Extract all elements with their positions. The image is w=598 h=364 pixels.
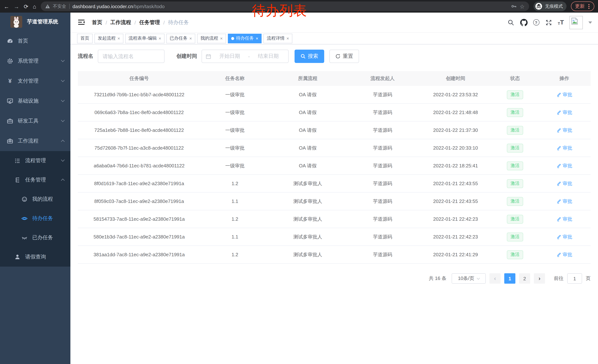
github-icon[interactable] [520, 19, 527, 26]
column-status: 状态 [492, 71, 538, 86]
sidebar-item-infrastructure[interactable]: 基础设施 [0, 91, 70, 111]
column-task-id: 任务编号 [78, 71, 200, 86]
tab-process-form-edit[interactable]: 流程表单-编辑× [125, 33, 165, 43]
close-icon[interactable]: × [220, 36, 223, 40]
page-button-2[interactable]: 2 [519, 273, 530, 284]
breadcrumb-separator: / [134, 19, 136, 25]
app-title: 芋道管理系统 [27, 18, 58, 25]
breadcrumb-separator: / [106, 19, 107, 25]
sidebar-item-leave-query[interactable]: 请假查询 [0, 247, 70, 267]
help-icon[interactable]: ? [533, 19, 539, 25]
sidebar-item-system[interactable]: 系统管理 [0, 51, 70, 71]
reset-button[interactable]: 重置 [329, 50, 359, 63]
status-badge: 激活 [507, 144, 523, 152]
tab-process-detail[interactable]: 流程详情× [263, 33, 292, 43]
tab-todo-tasks[interactable]: 待办任务× [228, 33, 262, 43]
sidebar-item-task-management[interactable]: 任务管理 [0, 170, 70, 190]
browser-menu-icon[interactable] [588, 6, 590, 7]
approve-link[interactable]: 审批 [556, 91, 572, 98]
tab-start-process[interactable]: 发起流程× [94, 33, 123, 43]
avatar[interactable] [569, 16, 583, 29]
next-page-button[interactable]: › [534, 273, 545, 284]
breadcrumb-workflow[interactable]: 工作流程 [110, 19, 131, 26]
approve-link[interactable]: 审批 [556, 127, 572, 133]
search-button[interactable]: 搜索 [295, 50, 324, 63]
process-name-input[interactable] [98, 50, 165, 63]
tab-my-process[interactable]: 我的流程× [197, 33, 226, 43]
browser-address-bar[interactable]: 不安全 dashboard.yudao.iocoder.cn/bpm/task/… [41, 1, 529, 11]
sidebar-item-done-tasks[interactable]: 已办任务 [0, 228, 70, 247]
browser-back-icon[interactable]: ← [4, 4, 9, 9]
bookmark-star-icon[interactable]: ☆ [520, 4, 525, 9]
breadcrumb-task-management[interactable]: 任务管理 [139, 19, 160, 26]
browser-update-button[interactable]: 更新 [571, 1, 594, 11]
briefcase-icon [7, 118, 13, 124]
search-icon[interactable] [507, 19, 515, 26]
table-row: 73211d9d-7b9b-11ec-b5b7-acde48001122 一级审… [78, 86, 590, 104]
sidebar-item-process-management[interactable]: 流程管理 [0, 151, 70, 170]
app-logo[interactable]: 芋道管理系统 [0, 13, 70, 31]
fullscreen-icon[interactable] [545, 19, 552, 26]
close-icon[interactable]: × [286, 36, 289, 40]
close-icon[interactable]: × [117, 36, 120, 40]
table-row: 8f059c03-7ac8-11ec-a9e2-a2380e71991a 1.1… [78, 193, 590, 210]
close-icon[interactable]: × [158, 36, 161, 40]
monitor-icon [7, 98, 13, 105]
column-create-time: 创建时间 [419, 71, 492, 86]
sidebar-item-payment[interactable]: ¥ 支付管理 [0, 71, 70, 91]
eye-open-icon [21, 215, 28, 222]
approve-link[interactable]: 审批 [556, 198, 572, 205]
page-button-1[interactable]: 1 [504, 273, 515, 284]
page-size-select[interactable]: 10条/页 [452, 273, 486, 284]
sidebar-item-home[interactable]: 首页 [0, 31, 70, 51]
end-date-placeholder[interactable]: 结束日期 [252, 53, 284, 60]
prev-page-button[interactable]: ‹ [490, 273, 500, 284]
approve-link[interactable]: 审批 [556, 109, 572, 116]
status-badge: 激活 [507, 108, 523, 117]
breadcrumb-home[interactable]: 首页 [92, 19, 102, 26]
status-badge: 激活 [507, 161, 523, 170]
approve-link[interactable]: 审批 [556, 145, 572, 151]
approve-link[interactable]: 审批 [556, 162, 572, 169]
sidebar: 芋道管理系统 首页 [0, 13, 70, 364]
sidebar-toggle-icon[interactable] [78, 19, 85, 26]
incognito-icon [535, 3, 542, 10]
browser-home-icon[interactable]: ⌂ [33, 4, 36, 9]
create-time-label: 创建时间 [176, 53, 197, 60]
approve-link[interactable]: 审批 [556, 180, 572, 187]
sidebar-item-my-process[interactable]: 我的流程 [0, 190, 70, 209]
browser-forward-icon[interactable]: → [14, 4, 19, 9]
password-key-icon[interactable] [511, 3, 517, 9]
approve-link[interactable]: 审批 [556, 216, 572, 222]
page-url: dashboard.yudao.iocoder.cn/bpm/task/todo [72, 4, 165, 9]
person-icon [14, 254, 21, 260]
calendar-icon [206, 54, 211, 59]
sidebar-item-dev-tools[interactable]: 研发工具 [0, 111, 70, 131]
close-icon[interactable]: × [256, 36, 258, 40]
date-range-picker[interactable]: 开始日期 - 结束日期 [201, 50, 289, 63]
tab-home[interactable]: 首页 [77, 33, 93, 43]
sidebar-item-workflow[interactable]: 工作流程 [0, 131, 70, 151]
status-badge: 激活 [507, 250, 523, 259]
sidebar-item-todo-tasks[interactable]: 待办任务 [0, 209, 70, 228]
font-size-icon[interactable]: TT [558, 19, 564, 25]
security-label[interactable]: 不安全 [53, 3, 66, 9]
approve-link[interactable]: 审批 [556, 251, 572, 258]
goto-page-input[interactable] [567, 273, 582, 284]
close-icon[interactable]: × [189, 36, 192, 40]
table-row: 58154733-7ac8-11ec-a9e2-a2380e71991a 1.2… [78, 210, 590, 228]
breadcrumb-separator: / [163, 19, 165, 25]
start-date-placeholder[interactable]: 开始日期 [213, 53, 246, 60]
page-unit-label: 页 [586, 275, 590, 282]
avatar-dropdown-caret-icon[interactable] [588, 21, 592, 24]
chevron-down-icon [61, 58, 65, 62]
chevron-down-icon [61, 118, 65, 122]
tab-done-tasks[interactable]: 已办任务× [166, 33, 195, 43]
browser-reload-icon[interactable]: ⟳ [24, 4, 28, 9]
table-row: a6aba0a4-7b6d-11ec-b781-acde48001122 一级审… [78, 157, 590, 175]
page-content: 流程名 创建时间 开始日期 - [70, 44, 598, 364]
gear-icon [7, 58, 13, 65]
column-process: 所属流程 [269, 71, 346, 86]
approve-link[interactable]: 审批 [556, 234, 572, 240]
table-row: 8f0d1619-7ac8-11ec-a9e2-a2380e71991a 1.2… [78, 175, 590, 193]
